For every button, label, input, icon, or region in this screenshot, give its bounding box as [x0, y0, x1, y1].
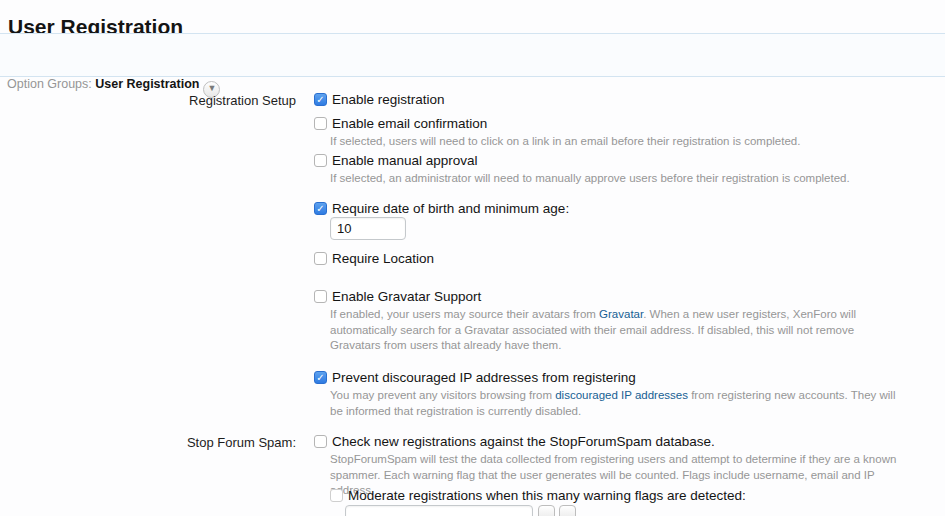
checkbox-label[interactable]: Enable email confirmation [332, 116, 487, 131]
checkbox-enable-email-confirmation[interactable] [314, 117, 327, 130]
checkbox-require-location[interactable] [314, 252, 327, 265]
option-row: Require Location [314, 251, 434, 266]
checkbox-label[interactable]: Enable registration [332, 92, 445, 107]
option-hint: If selected, an administrator will need … [330, 171, 850, 187]
user-registration-options-page: User Registration Option Groups: User Re… [0, 0, 945, 516]
warning-flags-count-input[interactable] [345, 505, 533, 516]
option-row: Enable Gravatar Support If enabled, your… [314, 289, 898, 354]
breadcrumb-label: Option Groups: [7, 77, 92, 91]
stepper-up-button[interactable] [538, 505, 555, 516]
option-hint: You may prevent any visitors browsing fr… [330, 388, 898, 419]
option-row: ✓ Prevent discouraged IP addresses from … [314, 370, 898, 419]
checkbox-check-stopforumspam[interactable] [314, 435, 327, 448]
discouraged-ip-addresses-link[interactable]: discouraged IP addresses [555, 389, 688, 401]
checkbox-label[interactable]: Check new registrations against the Stop… [332, 434, 715, 449]
section-label-registration-setup: Registration Setup [0, 93, 296, 108]
option-row: ✓ Require date of birth and minimum age: [314, 201, 569, 216]
option-row: Moderate registrations when this many wa… [330, 488, 746, 503]
option-row: Enable email confirmation If selected, u… [314, 116, 800, 150]
gravatar-link[interactable]: Gravatar [599, 308, 643, 320]
minimum-age-input[interactable] [330, 217, 406, 240]
option-group-selector[interactable]: User Registration [95, 77, 199, 91]
option-row: Enable manual approval If selected, an a… [314, 153, 850, 187]
checkbox-moderate-registrations[interactable] [330, 489, 343, 502]
checkbox-label[interactable]: Enable Gravatar Support [332, 289, 481, 304]
checkbox-require-date-of-birth[interactable]: ✓ [314, 202, 327, 215]
divider [0, 76, 945, 77]
checkbox-label[interactable]: Prevent discouraged IP addresses from re… [332, 370, 636, 385]
hint-text: You may prevent any visitors browsing fr… [330, 389, 555, 401]
option-row: ✓ Enable registration [314, 92, 445, 107]
checkbox-prevent-discouraged-ip[interactable]: ✓ [314, 371, 327, 384]
hint-text: If enabled, your users may source their … [330, 308, 599, 320]
checkbox-enable-registration[interactable]: ✓ [314, 93, 327, 106]
checkbox-enable-gravatar-support[interactable] [314, 290, 327, 303]
option-groups-bar: Option Groups: User Registration▼ [0, 34, 945, 76]
option-hint: If selected, users will need to click on… [330, 134, 800, 150]
checkbox-label[interactable]: Require date of birth and minimum age: [332, 201, 569, 216]
checkbox-label[interactable]: Enable manual approval [332, 153, 478, 168]
checkbox-label[interactable]: Moderate registrations when this many wa… [348, 488, 746, 503]
option-hint: If enabled, your users may source their … [330, 307, 898, 354]
checkbox-enable-manual-approval[interactable] [314, 154, 327, 167]
stepper-down-button[interactable] [559, 505, 576, 516]
checkbox-label[interactable]: Require Location [332, 251, 434, 266]
section-label-stop-forum-spam: Stop Forum Spam: [0, 435, 296, 450]
